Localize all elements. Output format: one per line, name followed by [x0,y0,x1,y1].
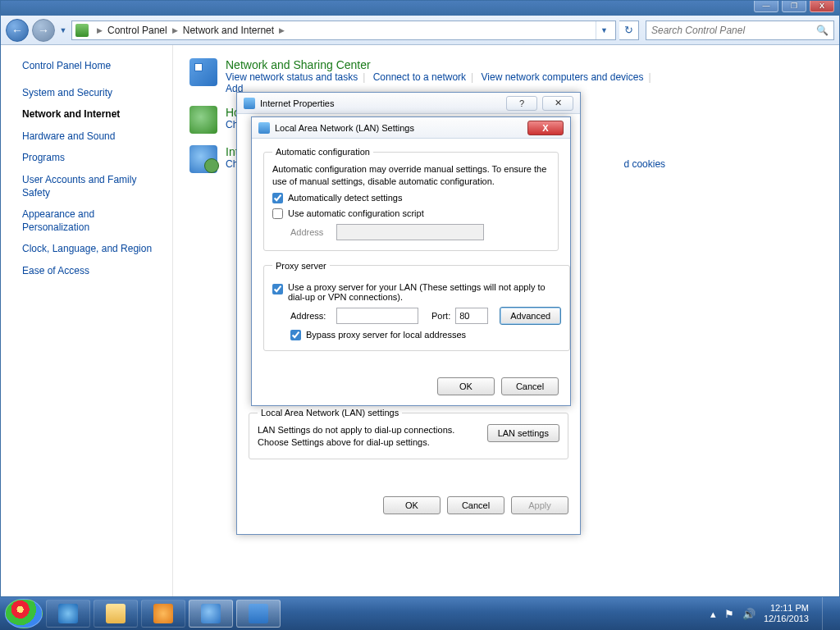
dialog-titlebar[interactable]: Internet Properties ? ✕ [237,93,580,114]
dialog-close-button[interactable]: X [527,121,564,135]
breadcrumb-network-internet[interactable]: Network and Internet [181,25,276,36]
link-view-computers[interactable]: View network computers and devices [482,71,644,83]
cancel-button[interactable]: Cancel [501,377,559,395]
internet-options-icon [201,604,221,623]
minimize-button[interactable]: — [754,1,778,12]
sidebar-item-hardware-sound[interactable]: Hardware and Sound [22,130,164,144]
sidebar-item-network-internet[interactable]: Network and Internet [22,108,164,121]
proxy-address-input[interactable] [336,308,418,324]
folder-icon [106,604,126,623]
link-view-status[interactable]: View network status and tasks [226,71,358,83]
help-button[interactable]: ? [506,96,537,111]
search-icon: 🔍 [816,25,829,36]
lan-settings-section: Local Area Network (LAN) settings LAN Se… [249,408,568,459]
internet-options-icon [189,145,217,173]
breadcrumb-control-panel[interactable]: Control Panel [106,25,169,36]
proxy-server-group: Proxy server Use a proxy server for your… [263,261,570,351]
cancel-button[interactable]: Cancel [447,496,504,514]
back-button[interactable]: ← [6,19,29,42]
taskbar-item-explorer[interactable] [94,600,138,628]
refresh-button[interactable]: ↻ [619,21,639,40]
action-center-icon[interactable]: ⚑ [724,608,734,620]
use-script-label: Use automatic configuration script [288,208,424,218]
nav-bar: ← → ▼ ▶ Control Panel ▶ Network and Inte… [1,16,839,45]
taskbar-item-internet-options[interactable] [189,600,233,628]
category-links: View network status and tasks| Connect t… [226,71,656,83]
use-script-checkbox[interactable] [272,208,283,219]
bypass-local-label: Bypass proxy server for local addresses [306,330,466,340]
lan-desc: LAN Settings do not apply to dial-up con… [258,424,476,449]
system-tray: ▴ ⚑ 🔊 12:11 PM 12/16/2013 [710,597,835,630]
proxy-port-input[interactable] [455,308,488,324]
script-address-label: Address [290,227,331,237]
link-tail-cookies[interactable]: d cookies [623,158,665,170]
proxy-port-label: Port: [431,311,450,321]
arrow-right-icon: → [38,24,49,37]
search-input[interactable] [651,25,816,36]
advanced-button[interactable]: Advanced [500,307,561,325]
group-legend: Automatic configuration [272,147,373,157]
maximize-button[interactable]: ❐ [782,1,806,12]
show-desktop-button[interactable] [822,597,832,630]
search-box[interactable]: 🔍 [646,21,834,40]
address-bar[interactable]: ▶ Control Panel ▶ Network and Internet ▶… [71,21,616,40]
sidebar-item-user-accounts[interactable]: User Accounts and Family Safety [22,174,164,199]
taskbar-clock[interactable]: 12:11 PM 12/16/2013 [764,603,809,624]
ok-button[interactable]: OK [383,496,441,514]
window-titlebar: — ❐ X [1,1,839,16]
sidebar-home[interactable]: Control Panel Home [22,60,164,73]
homegroup-icon [189,106,217,134]
address-dropdown[interactable]: ▼ [596,21,612,39]
chevron-right-icon: ▶ [94,26,106,34]
apply-button[interactable]: Apply [511,496,568,514]
lan-settings-button[interactable]: LAN settings [487,424,559,442]
dialog-button-row: OK Cancel [252,371,570,405]
volume-icon[interactable]: 🔊 [742,608,756,620]
control-panel-icon [249,604,268,623]
script-address-input [336,224,484,240]
bypass-local-checkbox[interactable] [290,330,301,340]
nav-history-dropdown[interactable]: ▼ [58,26,68,34]
network-sharing-icon [189,58,217,86]
sidebar-item-clock-language[interactable]: Clock, Language, and Region [22,243,164,256]
ie-icon [58,604,78,623]
ok-button[interactable]: OK [437,377,495,395]
dialog-titlebar[interactable]: Local Area Network (LAN) Settings X [252,117,570,139]
chevron-right-icon: ▶ [276,26,288,34]
tray-overflow-icon[interactable]: ▴ [710,608,716,620]
dialog-title: Internet Properties [260,98,335,108]
link-connect-network[interactable]: Connect to a network [373,71,466,83]
internet-options-icon [258,122,270,134]
taskbar-item-ie[interactable] [46,600,90,628]
taskbar-item-control-panel[interactable] [236,600,281,628]
dialog-title: Local Area Network (LAN) Settings [275,123,414,133]
sidebar: Control Panel Home System and Security N… [1,45,173,596]
use-proxy-checkbox[interactable] [272,284,283,294]
lan-section-legend: Local Area Network (LAN) settings [258,408,402,418]
arrow-left-icon: ← [11,24,23,37]
clock-time: 12:11 PM [764,603,809,614]
auto-detect-checkbox[interactable] [272,193,283,203]
location-icon [75,24,89,37]
start-button[interactable] [5,599,43,628]
sidebar-item-ease-of-access[interactable]: Ease of Access [22,265,164,278]
auto-config-desc: Automatic configuration may override man… [272,163,550,188]
internet-options-icon [244,98,255,109]
taskbar-item-media-player[interactable] [141,600,185,628]
window-close-button[interactable]: X [810,1,834,12]
chevron-right-icon: ▶ [169,26,181,34]
auto-detect-label: Automatically detect settings [288,193,402,203]
sidebar-item-appearance[interactable]: Appearance and Personalization [22,208,164,234]
category-network-sharing: Network and Sharing Center View network … [189,58,823,94]
lan-settings-dialog: Local Area Network (LAN) Settings X Auto… [251,116,571,406]
forward-button[interactable]: → [32,19,55,42]
use-proxy-label: Use a proxy server for your LAN (These s… [288,282,561,302]
clock-date: 12/16/2013 [764,614,809,624]
taskbar: ▴ ⚑ 🔊 12:11 PM 12/16/2013 [0,597,840,630]
automatic-config-group: Automatic configuration Automatic config… [263,147,559,251]
category-title[interactable]: Network and Sharing Center [226,58,656,71]
proxy-address-label: Address: [290,311,331,321]
sidebar-item-system-security[interactable]: System and Security [22,87,164,100]
dialog-close-button[interactable]: ✕ [542,96,573,111]
sidebar-item-programs[interactable]: Programs [22,152,164,165]
